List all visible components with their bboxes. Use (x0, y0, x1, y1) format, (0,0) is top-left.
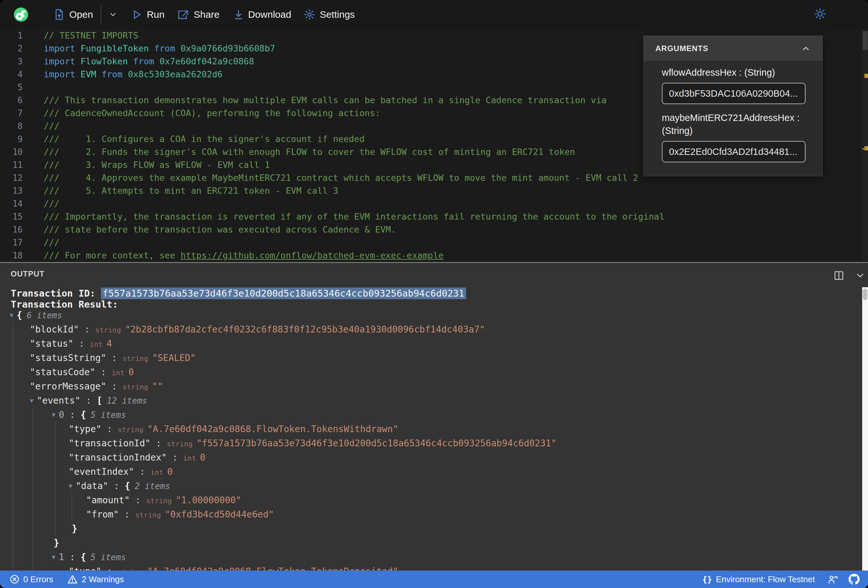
json-items-count: 2 items (134, 481, 170, 491)
expand-triangle-icon[interactable]: ▼ (30, 393, 33, 408)
code-token: /// (44, 199, 59, 209)
output-scrollbar-track[interactable] (862, 287, 868, 588)
json-row: ▼"data" : {2 items (69, 479, 170, 493)
json-colon: : (101, 424, 118, 434)
code-text: // TESTNET IMPORTS (44, 29, 139, 42)
errors-indicator[interactable]: 0 Errors (10, 575, 53, 584)
json-colon: : (167, 452, 183, 463)
settings-button[interactable]: Settings (304, 9, 355, 21)
open-label: Open (69, 9, 93, 20)
argument-input-maybemint[interactable] (662, 141, 806, 162)
json-row: "transactionIndex" : int0 (69, 451, 205, 465)
panel-splitter[interactable] (0, 262, 868, 263)
line-number: 9 (0, 133, 23, 146)
arguments-header[interactable]: ARGUMENTS (644, 36, 822, 61)
collapse-output-chevron-icon[interactable] (855, 271, 865, 280)
expand-triangle-icon[interactable]: ▼ (69, 479, 72, 493)
warning-marker (864, 74, 868, 78)
editor-overview-ruler (862, 29, 868, 262)
code-text: /// This transaction demonstrates how mu… (44, 94, 607, 107)
json-colon: : (108, 480, 125, 491)
json-colon: : (79, 324, 96, 335)
json-value: "" (152, 381, 163, 392)
feedback-button[interactable] (827, 574, 838, 584)
chevron-up-icon[interactable] (801, 44, 811, 53)
json-items-count: 5 items (91, 410, 126, 420)
json-type-label: int (151, 468, 164, 476)
arguments-body: wflowAddressHex : (String) maybeMintERC7… (644, 61, 822, 162)
environment-indicator[interactable]: {} Environment: Flow Testnet (702, 575, 815, 584)
code-token: 0x8c5303eaa26202d6 (128, 69, 223, 79)
code-token: from (149, 43, 181, 53)
json-colon: : (106, 381, 123, 392)
code-text: /// CadenceOwnedAccount (COA), performin… (44, 107, 380, 120)
line-number: 2 (0, 42, 23, 55)
transaction-id-value[interactable]: f557a1573b76aa53e73d46f3e10d200d5c18a653… (101, 287, 466, 299)
line-number: 15 (0, 210, 23, 223)
indent-guide (55, 422, 55, 536)
json-row: "amount" : string"1.00000000" (86, 493, 241, 507)
expand-triangle-icon[interactable]: ▼ (10, 308, 13, 322)
code-text: /// (44, 236, 59, 249)
run-button[interactable]: Run (132, 9, 164, 20)
status-bar: 0 Errors 2 Warnings {} Environment: Flow… (0, 570, 868, 588)
json-row: "status" : int4 (30, 337, 112, 351)
share-label: Share (193, 9, 219, 20)
code-line: 16/// state before the transaction was e… (0, 223, 868, 236)
code-token: FungibleToken (81, 43, 149, 53)
json-row: "statusCode" : int0 (30, 365, 134, 379)
code-text: /// 3. Wraps FLOW as WFLOW - EVM call 1 (44, 159, 270, 171)
line-number: 5 (0, 81, 23, 94)
download-button[interactable]: Download (233, 9, 291, 20)
json-type-label: string (95, 326, 121, 334)
code-token: /// 1. Configures a COA in the signer's … (44, 134, 365, 144)
open-file-icon (54, 9, 65, 21)
json-brace: } (54, 538, 59, 548)
code-token: import (44, 56, 81, 66)
flow-logo-icon (13, 7, 28, 22)
json-key: "transactionId" (69, 438, 151, 449)
code-text: /// (44, 120, 59, 133)
expand-triangle-icon[interactable]: ▼ (52, 408, 55, 422)
code-text: import FungibleToken from 0x9a0766d93b66… (44, 42, 275, 55)
code-token: /// For more context, see (44, 251, 181, 260)
json-type-label: string (135, 511, 161, 519)
argument-input-wflow[interactable] (662, 83, 806, 104)
line-number: 8 (0, 120, 23, 133)
code-text: /// For more context, see https://github… (44, 249, 443, 262)
editor-scrollbar-thumb[interactable] (863, 31, 868, 50)
json-row: "statusString" : string"SEALED" (30, 351, 196, 365)
code-text: /// (44, 197, 59, 210)
code-text: import EVM from 0x8c5303eaa26202d6 (44, 68, 223, 81)
code-token: /// (44, 121, 59, 131)
code-token: // TESTNET IMPORTS (44, 30, 139, 40)
json-row: } (72, 522, 77, 536)
json-row: "errorMessage" : string"" (30, 379, 163, 393)
json-brace: { (125, 480, 130, 491)
code-token: /// Importantly, the transaction is reve… (44, 212, 664, 221)
toolbar-divider (100, 4, 101, 25)
code-token: 0x9a0766d93b6608b7 (181, 43, 275, 53)
line-number: 6 (0, 94, 23, 107)
warning-marker (864, 146, 868, 150)
sun-icon (813, 7, 827, 21)
code-link[interactable]: https://github.com/onflow/batched-evm-ex… (181, 251, 444, 260)
code-token: import (44, 43, 81, 53)
json-colon: : (119, 509, 135, 520)
share-button[interactable]: Share (177, 9, 219, 20)
open-dropdown-button[interactable] (108, 10, 118, 19)
json-brace: { (81, 410, 86, 420)
split-panel-icon[interactable] (834, 271, 844, 280)
error-circle-icon (10, 575, 19, 584)
line-number: 13 (0, 184, 23, 197)
argument-label-wflow: wflowAddressHex : (String) (662, 66, 814, 79)
output-scrollbar-thumb[interactable] (863, 289, 867, 300)
json-key: "from" (86, 509, 119, 520)
open-button[interactable]: Open (54, 9, 93, 21)
expand-triangle-icon[interactable]: ▼ (52, 550, 55, 564)
theme-toggle-button[interactable] (813, 7, 827, 22)
warnings-indicator[interactable]: 2 Warnings (67, 575, 124, 584)
json-value: 0 (167, 466, 173, 477)
github-link[interactable] (849, 574, 859, 585)
output-panel: OUTPUT Transaction ID: f557a1573b76aa53e… (0, 263, 868, 588)
